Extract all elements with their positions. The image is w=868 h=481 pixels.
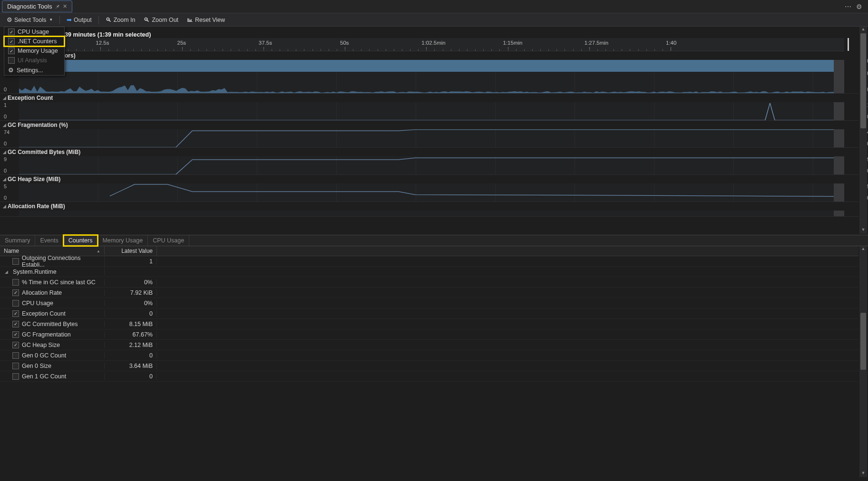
table-row[interactable]: GC Fragmentation67.67% bbox=[0, 329, 858, 340]
table-row[interactable]: Allocation Rate7.92 KiB bbox=[0, 288, 858, 298]
counters-table-area: Name ▲ Latest Value Outgoing Connections… bbox=[0, 246, 858, 477]
name-cell: GC Fragmentation bbox=[0, 331, 105, 338]
chart-header[interactable]: ors) bbox=[0, 51, 858, 60]
ruler-minor-tick bbox=[247, 49, 248, 51]
chart-svg bbox=[19, 60, 844, 93]
chart-header[interactable]: ◢Allocation Rate (MiB) bbox=[0, 202, 858, 211]
checkbox[interactable] bbox=[12, 373, 19, 380]
ruler-minor-tick bbox=[190, 49, 191, 51]
settings-gear-icon[interactable]: ⚙ bbox=[856, 3, 862, 10]
window-tab-diagnostic-tools[interactable]: Diagnostic Tools 📌︎ ✕ bbox=[2, 0, 72, 12]
table-header: Name ▲ Latest Value bbox=[0, 246, 858, 256]
ruler-minor-tick bbox=[337, 49, 337, 51]
tab-summary[interactable]: Summary bbox=[0, 235, 35, 246]
ruler-minor-tick bbox=[288, 49, 288, 51]
table-row[interactable]: Gen 0 Size3.64 MiB bbox=[0, 361, 858, 371]
dropdown-item-memory-usage[interactable]: Memory Usage bbox=[4, 46, 64, 56]
checkbox[interactable] bbox=[12, 279, 19, 286]
ruler-minor-tick bbox=[622, 49, 622, 51]
tab-counters[interactable]: Counters bbox=[64, 235, 98, 246]
chart-header[interactable]: ◢GC Heap Size (MiB) bbox=[0, 175, 858, 183]
counter-name: Exception Count bbox=[22, 310, 66, 317]
table-row[interactable]: Gen 1 GC Count0 bbox=[0, 371, 858, 382]
scrollbar-thumb[interactable] bbox=[860, 313, 866, 370]
scrollbar-thumb[interactable] bbox=[860, 33, 866, 128]
checkbox[interactable] bbox=[12, 300, 19, 307]
checkbox[interactable] bbox=[12, 258, 19, 265]
tab-cpu-usage[interactable]: CPU Usage bbox=[148, 235, 189, 246]
chart-row: ◢Exception Count1010 bbox=[0, 94, 858, 121]
collapse-icon[interactable]: ◢ bbox=[5, 269, 8, 274]
ruler-minor-tick bbox=[410, 49, 410, 51]
ruler-minor-tick bbox=[516, 49, 517, 51]
checkbox[interactable] bbox=[8, 29, 15, 35]
chart-body[interactable] bbox=[19, 183, 844, 202]
zoom-out-button[interactable]: 🔍︎ Zoom Out bbox=[140, 15, 182, 25]
tab-memory-usage[interactable]: Memory Usage bbox=[98, 235, 148, 246]
dropdown-item-cpu-usage[interactable]: CPU Usage bbox=[4, 27, 64, 37]
scroll-up-icon[interactable]: ▲ bbox=[859, 27, 867, 33]
chart-header[interactable]: ◢GC Committed Bytes (MiB) bbox=[0, 148, 858, 156]
ruler-minor-tick bbox=[68, 49, 68, 51]
column-header-name-label: Name bbox=[4, 248, 19, 254]
table-group-row[interactable]: ◢System.Runtime bbox=[0, 267, 858, 277]
close-icon[interactable]: ✕ bbox=[63, 3, 67, 10]
output-button[interactable]: ➡ Output bbox=[63, 15, 96, 25]
scrollbar-table[interactable]: ▲ ▼ bbox=[859, 246, 867, 477]
checkbox[interactable] bbox=[8, 57, 15, 64]
select-tools-button[interactable]: ⚙ Select Tools ▼ bbox=[3, 15, 57, 25]
dropdown-item-net-counters[interactable]: .NET Counters bbox=[4, 37, 64, 46]
zoom-in-button[interactable]: 🔍︎ Zoom In bbox=[102, 15, 139, 25]
scroll-down-icon[interactable]: ▼ bbox=[859, 471, 867, 477]
chart-body[interactable] bbox=[19, 102, 844, 120]
checkbox[interactable] bbox=[12, 352, 19, 359]
y-axis-label: 74 bbox=[4, 129, 10, 135]
toolbar: ⚙ Select Tools ▼ ➡ Output 🔍︎ Zoom In 🔍︎ … bbox=[0, 13, 868, 27]
toolbar-separator bbox=[59, 16, 60, 24]
checkbox[interactable] bbox=[12, 331, 19, 338]
table-row[interactable]: % Time in GC since last GC0% bbox=[0, 277, 858, 288]
pin-icon[interactable]: 📌︎ bbox=[55, 4, 60, 10]
checkbox[interactable] bbox=[8, 38, 15, 45]
checkbox[interactable] bbox=[12, 363, 19, 369]
checkbox[interactable] bbox=[12, 321, 19, 327]
y-axis-label: 0 bbox=[4, 141, 7, 146]
reset-view-button[interactable]: 📊︎ Reset View bbox=[183, 15, 229, 25]
counter-name: Gen 0 GC Count bbox=[22, 352, 66, 359]
table-row[interactable]: CPU Usage0% bbox=[0, 298, 858, 308]
chart-title: Exception Count bbox=[8, 95, 53, 101]
ruler-minor-tick bbox=[76, 49, 77, 51]
table-row[interactable]: GC Committed Bytes8.15 MiB bbox=[0, 319, 858, 329]
y-axis-label: 0 bbox=[4, 195, 7, 201]
zoom-in-label: Zoom In bbox=[114, 17, 136, 23]
checkbox[interactable] bbox=[12, 289, 19, 296]
ruler-minor-tick bbox=[166, 49, 166, 51]
chart-right-margin bbox=[834, 102, 844, 120]
ruler-end-marker[interactable] bbox=[848, 38, 849, 51]
table-row[interactable]: GC Heap Size2.12 MiB bbox=[0, 340, 858, 350]
table-row[interactable]: Exception Count0 bbox=[0, 308, 858, 319]
chart-header[interactable]: ◢Exception Count bbox=[0, 94, 858, 102]
ruler-minor-tick bbox=[231, 49, 231, 51]
ruler-minor-tick bbox=[329, 49, 329, 51]
scroll-up-icon[interactable]: ▲ bbox=[859, 246, 867, 253]
column-header-value-label: Latest Value bbox=[121, 248, 153, 254]
checkbox[interactable] bbox=[12, 310, 19, 317]
scrollbar-timeline[interactable]: ▲ ▼ bbox=[859, 27, 867, 234]
dropdown-item-settings[interactable]: ⚙Settings... bbox=[4, 65, 64, 75]
table-row[interactable]: Gen 0 GC Count0 bbox=[0, 350, 858, 361]
checkbox[interactable] bbox=[8, 48, 15, 54]
chart-body[interactable] bbox=[19, 156, 844, 174]
column-header-latest-value[interactable]: Latest Value bbox=[105, 246, 157, 256]
chart-header[interactable]: ◢GC Fragmentation (%) bbox=[0, 121, 858, 129]
chart-body[interactable] bbox=[19, 129, 844, 147]
value-cell: 0 bbox=[105, 373, 157, 380]
table-row[interactable]: Outgoing Connections Establi...1 bbox=[0, 256, 858, 267]
tab-events[interactable]: Events bbox=[35, 235, 63, 246]
sort-ascending-icon: ▲ bbox=[97, 249, 100, 253]
scroll-down-icon[interactable]: ▼ bbox=[859, 227, 867, 234]
more-icon[interactable]: ⋯ bbox=[845, 3, 851, 10]
chart-body[interactable] bbox=[19, 60, 844, 93]
time-ruler[interactable]: 12.5s25s37.5s50s1:02.5min1:15min1:27.5mi… bbox=[19, 38, 844, 51]
checkbox[interactable] bbox=[12, 342, 19, 348]
